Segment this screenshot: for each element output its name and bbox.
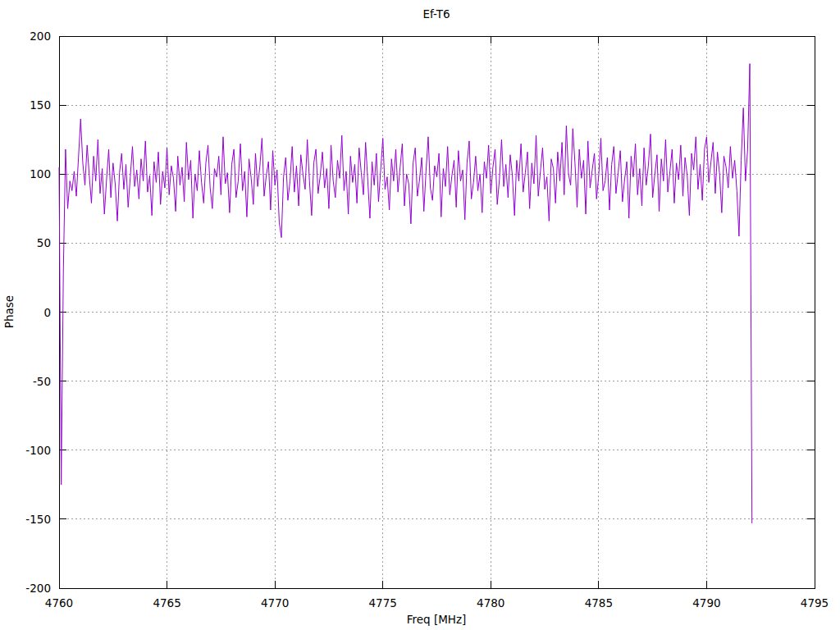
x-tick-label: 4780 (477, 596, 504, 609)
x-tick-label: 4790 (692, 596, 720, 609)
y-tick-label: 200 (30, 30, 51, 43)
phase-vs-freq-chart: 47604765477047754780478547904795-200-150… (0, 0, 840, 630)
tick-labels: 47604765477047754780478547904795-200-150… (25, 30, 829, 609)
chart-page: 47604765477047754780478547904795-200-150… (0, 0, 840, 630)
y-tick-label: 50 (37, 236, 51, 249)
y-tick-label: 100 (30, 167, 51, 180)
x-tick-label: 4760 (45, 596, 73, 609)
x-axis-label: Freq [MHz] (407, 613, 467, 626)
y-tick-label: -100 (25, 444, 51, 457)
x-tick-label: 4785 (585, 596, 613, 609)
y-tick-label: -50 (33, 375, 51, 388)
y-tick-label: 150 (30, 98, 51, 112)
x-tick-label: 4770 (261, 596, 289, 609)
y-axis-label: Phase (2, 295, 16, 328)
x-tick-label: 4795 (801, 596, 829, 609)
data-series-layer (59, 64, 752, 523)
x-tick-label: 4775 (369, 596, 397, 609)
grid-lines (59, 36, 815, 588)
y-tick-label: -200 (25, 582, 51, 595)
y-tick-label: -150 (25, 513, 51, 526)
x-tick-label: 4765 (153, 596, 180, 609)
chart-title: Ef-T6 (422, 7, 450, 21)
y-tick-label: 0 (43, 306, 51, 319)
phase-series-line (59, 64, 752, 523)
